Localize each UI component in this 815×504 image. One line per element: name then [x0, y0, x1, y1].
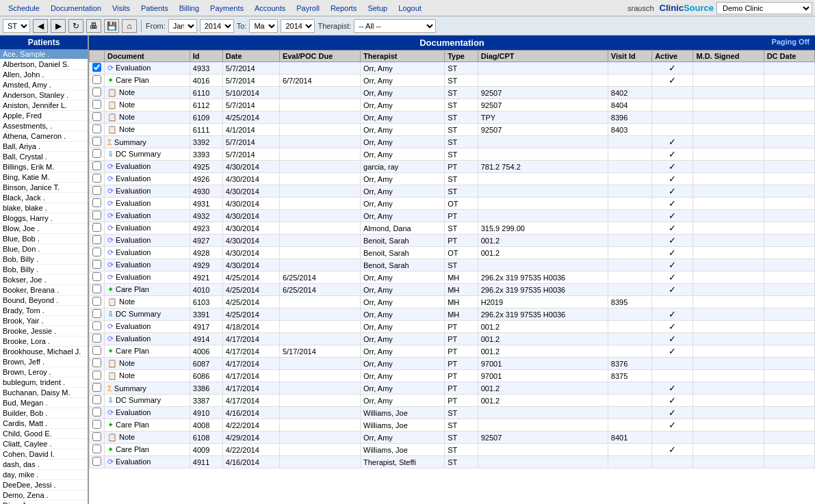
doc-name[interactable]: Evaluation [116, 224, 151, 232]
patient-item[interactable]: Booker, Breana . [0, 285, 88, 295]
table-row[interactable]: ⟳Evaluation49104/16/2014Williams, JoeST✓ [90, 407, 815, 419]
nav-logout[interactable]: Logout [393, 4, 427, 12]
row-checkbox[interactable] [92, 432, 101, 441]
row-checkbox[interactable] [92, 346, 101, 355]
table-row[interactable]: ⟳Evaluation49274/30/2014Benoit, SarahPT0… [90, 235, 815, 247]
doc-name[interactable]: Evaluation [116, 174, 151, 183]
clinic-select[interactable]: Demo Clinic [716, 2, 812, 14]
row-checkbox[interactable] [92, 88, 101, 96]
patient-item[interactable]: Blue, Bob . [0, 234, 88, 244]
table-row[interactable]: 📋Note61084/29/2014Orr, AmyST925078401 [90, 432, 815, 444]
st-select[interactable]: ST [3, 19, 30, 33]
row-checkbox[interactable] [92, 445, 101, 453]
row-checkbox[interactable] [92, 161, 101, 170]
row-checkbox[interactable] [92, 383, 101, 392]
row-checkbox[interactable] [92, 309, 101, 318]
row-checkbox[interactable] [92, 198, 101, 207]
table-row[interactable]: ⟳Evaluation49234/30/2014Almond, DanaST31… [90, 222, 815, 235]
col-eval-poc[interactable]: Eval/POC Due [279, 51, 360, 62]
patient-item[interactable]: Bob, Billy . [0, 265, 88, 275]
nav-reports[interactable]: Reports [325, 4, 363, 12]
doc-name[interactable]: Care Plan [116, 445, 149, 453]
nav-visits[interactable]: Visits [107, 4, 135, 12]
nav-setup[interactable]: Setup [362, 4, 393, 12]
doc-name[interactable]: Evaluation [116, 457, 151, 466]
table-row[interactable]: ⟳Evaluation49174/18/2014Orr, AmyPT001.2✓ [90, 321, 815, 333]
row-checkbox[interactable] [92, 235, 101, 244]
nav-schedule[interactable]: Schedule [3, 4, 45, 12]
home-btn[interactable]: ⌂ [122, 19, 137, 33]
table-row[interactable]: ⟳Evaluation49294/30/2014Benoit, SarahST✓ [90, 259, 815, 271]
row-checkbox[interactable] [92, 75, 101, 84]
table-row[interactable]: 📋Note61105/10/2014Orr, AmyST925078402 [90, 87, 815, 99]
row-checkbox[interactable] [92, 223, 101, 232]
from-month-select[interactable]: Jan [168, 19, 197, 33]
doc-name[interactable]: Note [119, 371, 135, 380]
doc-name[interactable]: Care Plan [116, 76, 149, 84]
patient-item[interactable]: Child, Good E. [0, 429, 88, 439]
patient-item[interactable]: Brown, Jeff . [0, 357, 88, 367]
save-btn[interactable]: 💾 [104, 19, 119, 33]
table-row[interactable]: ΣSummary33925/7/2014Orr, AmyST✓ [90, 136, 815, 148]
table-row[interactable]: 📋Note61094/25/2014Orr, AmySTTPY8396 [90, 111, 815, 124]
patient-item[interactable]: Apple, Fred [0, 111, 88, 121]
doc-name[interactable]: Note [119, 125, 135, 133]
table-row[interactable]: ⟳Evaluation49254/30/2014garcia, rayPT781… [90, 161, 815, 173]
row-checkbox[interactable] [92, 186, 101, 195]
col-visit-id[interactable]: Visit Id [608, 51, 651, 62]
doc-name[interactable]: DC Summary [116, 310, 161, 318]
patient-item[interactable]: Buchanan, Daisy M. [0, 388, 88, 398]
doc-name[interactable]: Note [119, 297, 135, 306]
doc-name[interactable]: Evaluation [116, 187, 151, 195]
row-checkbox[interactable] [92, 63, 101, 72]
patient-item[interactable]: Bokser, Joe . [0, 275, 88, 285]
table-row[interactable]: ⟳Evaluation49335/7/2014Orr, AmyST✓ [90, 62, 815, 75]
doc-name[interactable]: Note [119, 113, 135, 121]
col-document[interactable]: Document [105, 51, 190, 62]
patient-item[interactable]: Albertson, Daniel S. [0, 59, 88, 70]
table-row[interactable]: 📋Note61125/7/2014Orr, AmyST925078404 [90, 99, 815, 111]
patient-item[interactable]: Blow, Joe . [0, 224, 88, 234]
patient-item[interactable]: Brown, Leroy . [0, 367, 88, 377]
col-id[interactable]: Id [190, 51, 222, 62]
col-date[interactable]: Date [222, 51, 279, 62]
forward-btn[interactable]: ▶ [51, 19, 66, 33]
table-row[interactable]: ⟳Evaluation49214/25/20146/25/2014Orr, Am… [90, 271, 815, 284]
table-row[interactable]: ⟳Evaluation49314/30/2014Orr, AmyOT✓ [90, 198, 815, 210]
doc-name[interactable]: Summary [114, 138, 146, 146]
table-row[interactable]: ✦Care Plan40094/22/2014Williams, JoeST✓ [90, 444, 815, 456]
doc-name[interactable]: Care Plan [116, 347, 149, 355]
row-checkbox[interactable] [92, 272, 101, 281]
patient-item[interactable]: Bob, Billy . [0, 254, 88, 265]
row-checkbox[interactable] [92, 371, 101, 380]
patient-item[interactable]: Dice, Joan . [0, 501, 88, 504]
doc-name[interactable]: Evaluation [116, 322, 151, 330]
row-checkbox[interactable] [92, 395, 101, 404]
nav-accounts[interactable]: Accounts [249, 4, 291, 12]
row-checkbox[interactable] [92, 149, 101, 158]
doc-name[interactable]: Evaluation [116, 248, 151, 256]
patient-item[interactable]: dash, das . [0, 460, 88, 470]
doc-name[interactable]: Summary [114, 384, 146, 393]
row-checkbox[interactable] [92, 260, 101, 269]
patient-item[interactable]: Ball, Ariya . [0, 142, 88, 152]
patient-item[interactable]: DeeDee, Jessi . [0, 480, 88, 490]
patient-item[interactable]: Bing, Katie M. [0, 172, 88, 183]
doc-name[interactable]: Care Plan [116, 285, 149, 293]
doc-name[interactable]: Evaluation [116, 64, 151, 72]
patient-item[interactable]: Anderson, Stanley . [0, 90, 88, 101]
doc-name[interactable]: Evaluation [116, 261, 151, 269]
patient-item[interactable]: Bloggs, Harry . [0, 213, 88, 224]
from-year-select[interactable]: 2014 [200, 19, 234, 33]
row-checkbox[interactable] [92, 174, 101, 183]
patient-item[interactable]: Brooke, Jessie . [0, 326, 88, 336]
patient-item[interactable]: day, mike . [0, 470, 88, 480]
patient-item[interactable]: Blue, Don . [0, 244, 88, 254]
refresh-btn[interactable]: ↻ [68, 19, 83, 33]
col-diag[interactable]: Diag/CPT [478, 51, 608, 62]
patient-item[interactable]: Amsted, Amy . [0, 80, 88, 90]
patient-item[interactable]: Brooke, Lora . [0, 336, 88, 347]
patient-item[interactable]: Builder, Bob . [0, 408, 88, 419]
row-checkbox[interactable] [92, 408, 101, 416]
row-checkbox[interactable] [92, 211, 101, 220]
